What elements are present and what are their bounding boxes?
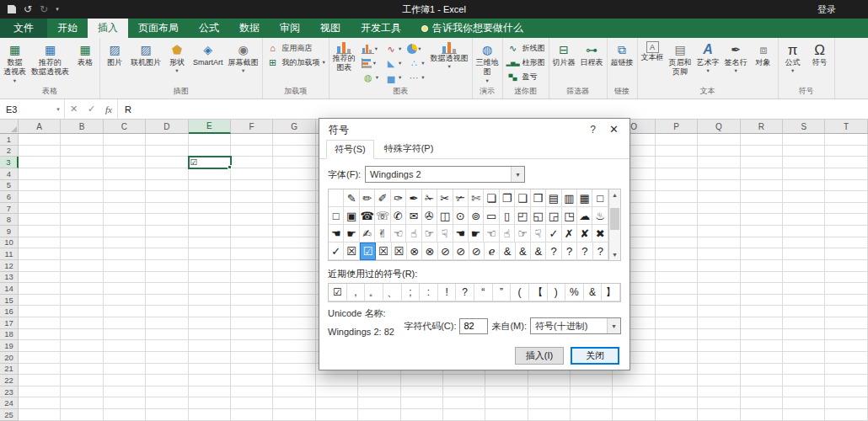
cell-D14[interactable] — [146, 283, 188, 295]
cell-G17[interactable] — [273, 317, 315, 329]
symbol-cell-r3c13[interactable]: & — [531, 242, 546, 260]
cell-J23[interactable] — [401, 386, 443, 398]
cell-S5[interactable] — [783, 180, 825, 192]
cell-E20[interactable] — [189, 352, 231, 364]
hyperlink-button[interactable]: ⧉超链接 — [608, 39, 636, 86]
tell-me-box[interactable]: 告诉我你想要做什么 — [411, 19, 533, 38]
cell-P9[interactable] — [656, 226, 698, 237]
cell-D11[interactable] — [146, 248, 188, 260]
cell-B5[interactable] — [61, 180, 103, 192]
cancel-icon[interactable]: ✕ — [65, 99, 83, 119]
symbol-cell-r2c8[interactable]: ☚ — [453, 225, 469, 242]
column-chart-button[interactable]: ▾ — [361, 42, 379, 56]
cell-S19[interactable] — [783, 340, 825, 352]
cell-C2[interactable] — [104, 146, 146, 157]
cell-A12[interactable] — [19, 260, 61, 272]
charcode-input[interactable] — [459, 318, 488, 334]
cell-J25[interactable] — [401, 409, 443, 421]
recent-symbol-2[interactable]: 。 — [365, 284, 383, 301]
cell-F5[interactable] — [231, 180, 273, 192]
cell-T5[interactable] — [825, 180, 867, 192]
cell-E25[interactable] — [189, 409, 231, 421]
cell-R21[interactable] — [741, 364, 783, 376]
symbol-cell-r2c5[interactable]: ☝ — [406, 225, 421, 242]
recent-symbol-10[interactable]: ( — [511, 284, 529, 301]
symbol-cell-r1c11[interactable]: ▯ — [500, 207, 515, 225]
cell-T19[interactable] — [825, 340, 867, 352]
cell-E8[interactable] — [189, 214, 231, 226]
cell-S15[interactable] — [783, 295, 825, 306]
area-chart-button[interactable]: ◣▾ — [383, 56, 402, 70]
pictures-button[interactable]: ▨图片 — [101, 39, 128, 86]
cell-A1[interactable] — [19, 134, 61, 146]
cell-P13[interactable] — [656, 272, 698, 284]
more-charts-button[interactable]: ⋯▾ — [406, 71, 425, 84]
symbol-cell-r3c14[interactable]: ? — [546, 242, 561, 260]
cell-F4[interactable] — [231, 168, 273, 180]
cell-B3[interactable] — [61, 157, 103, 168]
shapes-button[interactable]: ⬟形状▾ — [163, 39, 190, 86]
cell-P23[interactable] — [656, 386, 698, 398]
tab-视图[interactable]: 视图 — [310, 19, 351, 38]
cell-S3[interactable] — [783, 157, 825, 168]
row-header-21[interactable]: 21 — [0, 364, 19, 376]
cell-B14[interactable] — [61, 283, 103, 295]
cell-P7[interactable] — [656, 203, 698, 215]
cell-E18[interactable] — [189, 329, 231, 341]
online-pictures-button[interactable]: ▨联机图片 — [128, 39, 163, 86]
cell-G8[interactable] — [273, 214, 315, 226]
cell-P1[interactable] — [656, 134, 698, 146]
cell-G13[interactable] — [273, 272, 315, 284]
cell-N23[interactable] — [571, 386, 613, 398]
symbol-cell-r3c5[interactable]: ⊗ — [407, 242, 422, 260]
cell-F7[interactable] — [231, 203, 273, 215]
cell-Q22[interactable] — [698, 375, 740, 386]
cell-F12[interactable] — [231, 260, 273, 272]
cell-I25[interactable] — [358, 409, 400, 421]
cell-F10[interactable] — [231, 237, 273, 249]
cell-L22[interactable] — [485, 375, 528, 386]
cell-O25[interactable] — [613, 409, 655, 421]
scroll-up-icon[interactable]: ▲ — [609, 189, 620, 200]
symbol-cell-r1c6[interactable]: ✇ — [422, 207, 437, 225]
cell-Q12[interactable] — [698, 260, 740, 272]
cell-S21[interactable] — [783, 364, 825, 376]
cell-M22[interactable] — [528, 375, 571, 386]
row-header-23[interactable]: 23 — [0, 386, 19, 398]
cell-S16[interactable] — [783, 306, 825, 317]
formula-input[interactable]: R — [118, 99, 868, 119]
symbol-cell-r0c5[interactable]: ✒ — [406, 189, 421, 207]
symbol-cell-r2c16[interactable]: ✘ — [577, 225, 592, 242]
cell-S11[interactable] — [783, 248, 825, 260]
tab-symbols[interactable]: 符号(S) — [326, 140, 374, 159]
cell-C16[interactable] — [104, 306, 146, 317]
row-header-15[interactable]: 15 — [0, 295, 19, 306]
recent-symbol-7[interactable]: ? — [456, 284, 474, 301]
symbol-cell-r2c15[interactable]: ✗ — [562, 225, 577, 242]
text-box-button[interactable]: A文本框 — [639, 39, 667, 86]
symbol-cell-r2c10[interactable]: ☜ — [484, 225, 499, 242]
symbol-cell-r1c12[interactable]: ◰ — [515, 207, 530, 225]
cell-Q5[interactable] — [698, 180, 740, 192]
cell-G23[interactable] — [273, 386, 315, 398]
cell-Q8[interactable] — [698, 214, 740, 226]
tab-插入[interactable]: 插入 — [88, 19, 128, 38]
cell-P5[interactable] — [656, 180, 698, 192]
cell-E11[interactable] — [189, 248, 231, 260]
cell-T9[interactable] — [825, 226, 867, 237]
tab-公式[interactable]: 公式 — [189, 19, 229, 38]
cell-R20[interactable] — [741, 352, 783, 364]
from-chevron-down-icon[interactable]: ▾ — [607, 318, 620, 333]
cell-M25[interactable] — [528, 409, 571, 421]
column-header-D[interactable]: D — [146, 120, 188, 134]
cell-B16[interactable] — [61, 306, 103, 317]
cell-E4[interactable] — [189, 168, 231, 180]
row-header-3[interactable]: 3 — [0, 157, 19, 168]
cell-A7[interactable] — [19, 203, 61, 215]
cell-E2[interactable] — [189, 146, 231, 157]
cell-C10[interactable] — [104, 237, 146, 249]
cell-C17[interactable] — [104, 317, 146, 329]
cell-Q6[interactable] — [698, 191, 740, 203]
cell-Q10[interactable] — [698, 237, 740, 249]
cell-F13[interactable] — [231, 272, 273, 284]
